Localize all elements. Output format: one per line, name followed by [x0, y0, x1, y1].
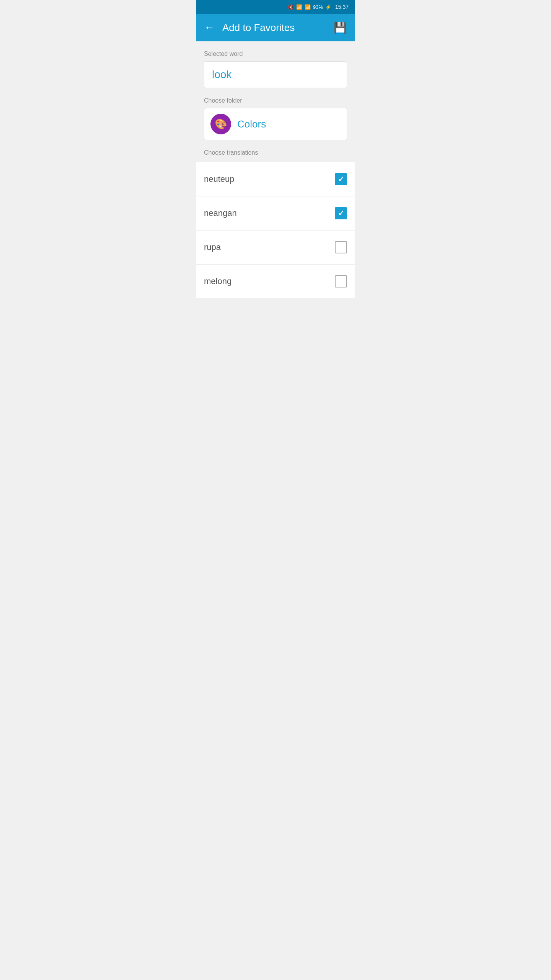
status-time: 15:37	[335, 4, 349, 10]
app-bar-left: ← Add to Favorites	[204, 21, 295, 34]
back-button[interactable]: ←	[204, 21, 215, 34]
translations-list: neuteupneanganrupamelong	[196, 162, 355, 298]
selected-word-label: Selected word	[204, 51, 347, 57]
wifi-icon: 📶	[296, 4, 302, 10]
status-bar: 🔇 📶 📶 93% ⚡ 15:37	[196, 0, 355, 14]
folder-icon-circle: 🎨	[210, 114, 231, 134]
translation-text: rupa	[204, 242, 221, 252]
choose-translations-label: Choose translations	[204, 149, 347, 162]
page-title: Add to Favorites	[222, 22, 295, 34]
translation-checkbox[interactable]	[335, 241, 347, 253]
choose-folder-label: Choose folder	[204, 97, 347, 104]
charging-icon: ⚡	[325, 4, 331, 10]
status-icons: 🔇 📶 📶 93% ⚡ 15:37	[288, 4, 349, 10]
content-area: Selected word look Choose folder 🎨 Color…	[196, 41, 355, 162]
translation-text: neangan	[204, 208, 237, 218]
translation-checkbox[interactable]	[335, 275, 347, 287]
translation-item[interactable]: melong	[196, 265, 355, 298]
folder-select[interactable]: 🎨 Colors	[204, 108, 347, 140]
translation-checkbox[interactable]	[335, 207, 347, 219]
translation-text: neuteup	[204, 174, 235, 184]
translation-item[interactable]: neuteup	[196, 162, 355, 196]
signal-icon: 📶	[305, 4, 311, 10]
translation-item[interactable]: rupa	[196, 230, 355, 265]
selected-word-box: look	[204, 61, 347, 88]
mute-icon: 🔇	[288, 4, 294, 10]
battery-text: 93%	[313, 4, 323, 10]
save-button[interactable]: 💾	[334, 21, 347, 34]
app-bar: ← Add to Favorites 💾	[196, 14, 355, 41]
folder-name: Colors	[237, 118, 266, 130]
translation-text: melong	[204, 276, 231, 286]
selected-word-value: look	[212, 69, 231, 80]
translation-item[interactable]: neangan	[196, 196, 355, 230]
translation-checkbox[interactable]	[335, 173, 347, 185]
palette-icon: 🎨	[215, 118, 227, 130]
